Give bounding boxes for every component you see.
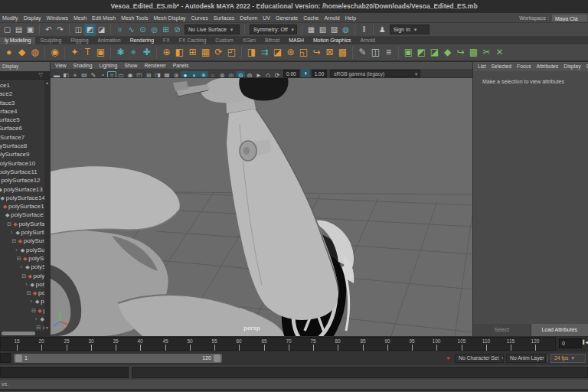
shelf-extrude-icon[interactable]: ◨ (246, 44, 257, 60)
selection-mask-component-icon[interactable]: ◪ (96, 24, 107, 36)
anti-aliasing-icon[interactable]: ⊙ (236, 71, 245, 79)
shelf-target-weld-icon[interactable]: ✕ (494, 44, 505, 60)
shelf-type-icon[interactable]: T (82, 44, 93, 60)
pause-evaluation-icon[interactable]: ‖ (358, 24, 370, 36)
symmetry-dropdown[interactable]: Symmetry: Off▾ (250, 24, 297, 34)
range-end-handle[interactable] (214, 354, 220, 362)
tree-expander-icon[interactable]: › (9, 228, 15, 237)
shelf-tweak-icon[interactable]: ◪ (429, 44, 440, 60)
menu-item[interactable]: Windows (47, 15, 68, 21)
shelf-bridge-icon[interactable]: ◪ (272, 44, 283, 60)
shaded-icon[interactable]: ● (181, 71, 190, 79)
outliner-item[interactable]: ◆polySurface5 (0, 116, 50, 124)
grease-pencil-icon[interactable]: ✎ (89, 71, 98, 79)
shelf-super-shape-icon[interactable]: ✦ (69, 44, 80, 60)
tree-expander-icon[interactable]: › (34, 315, 39, 323)
range-slider[interactable]: 1 120 (14, 354, 222, 363)
snap-to-grid-icon[interactable]: ⌗ (114, 24, 126, 36)
shelf-rebuild-curve-icon[interactable]: ≡ (383, 44, 394, 60)
tree-expander-icon[interactable]: ⊟ (6, 220, 11, 228)
shelf-svg-icon[interactable]: ▣ (95, 44, 106, 60)
menu-item[interactable]: Generate (276, 15, 298, 21)
shelf-tab[interactable]: Bifrost (260, 37, 284, 44)
xray-icon[interactable]: ◇ (263, 71, 273, 79)
shelf-joint-icon[interactable]: ✱ (115, 44, 126, 60)
menu-item[interactable]: Mesh Tools (121, 15, 148, 21)
live-surface-dropdown[interactable]: No Live Surface▾ (185, 24, 240, 34)
outliner-item[interactable]: ⊟◆polySurface17 (6, 220, 50, 228)
load-attributes-button[interactable]: Load Attributes (531, 324, 588, 336)
filter-icon[interactable]: ▽ (39, 72, 43, 78)
shelf-tab[interactable]: Custom (211, 37, 237, 44)
outliner-item[interactable]: ◆polySurface13 (0, 185, 50, 194)
viewport-menu-item[interactable]: Renderer (144, 62, 165, 69)
new-scene-icon[interactable]: ▢ (2, 24, 13, 36)
menu-item[interactable]: Help (345, 15, 356, 21)
render-icon[interactable]: ▦ (305, 24, 317, 36)
colorspace-dropdown[interactable]: sRGB gamma (legacy)▾ (330, 70, 420, 77)
auto-keyframe-icon[interactable]: ● (446, 354, 450, 361)
shelf-sphere-icon[interactable]: ● (3, 44, 15, 60)
shelf-lattice-icon[interactable]: ⊛ (285, 44, 296, 60)
shelf-tab[interactable]: ly Modeling (0, 37, 35, 44)
attribute-editor-menu-item[interactable]: Focus (517, 62, 531, 71)
menu-item[interactable]: Arnold (324, 15, 339, 21)
shelf-tab[interactable]: FX (158, 37, 175, 44)
outliner-item[interactable]: ›◆polySurface18 (9, 228, 50, 237)
outliner-filter-row[interactable]: ▽ (0, 71, 50, 80)
outliner-item[interactable]: ◆polySurface14 (0, 194, 50, 202)
tree-expander-icon[interactable]: ⊟ (26, 289, 31, 297)
field-chart-icon[interactable]: ⊞ (144, 71, 153, 79)
isolate-select-icon[interactable]: ► (254, 71, 263, 79)
menu-item[interactable]: UV (263, 15, 270, 21)
fps-dropdown[interactable]: 24 fps▾ (550, 354, 586, 363)
shelf-tab[interactable]: XGen (238, 37, 260, 44)
command-result-field[interactable] (132, 367, 588, 378)
menu-item[interactable]: Cache (303, 15, 318, 21)
snap-to-view-plane-icon[interactable]: ⊞ (160, 24, 172, 36)
shelf-mirror-icon[interactable]: ⟳ (213, 44, 224, 60)
viewport-menu-item[interactable]: View (55, 62, 67, 69)
exposure-field[interactable]: 0.00 (283, 70, 299, 77)
menu-item[interactable]: Modify (2, 15, 18, 21)
viewport-menu-item[interactable]: Panels (173, 62, 189, 69)
scroll-up-icon[interactable]: ▲ (45, 80, 49, 85)
shelf-delete-edge-icon[interactable]: ⊠ (324, 44, 335, 60)
shelf-tab[interactable]: Sculpting (35, 37, 66, 44)
use-all-lights-icon[interactable]: ✳ (199, 71, 208, 79)
go-to-start-icon[interactable]: ▌◀◀ (583, 339, 588, 345)
outliner-menu-bar[interactable]: Display (0, 62, 50, 71)
viewport-menu-item[interactable]: Show (124, 62, 137, 69)
outliner-item[interactable]: ◆polySurface9 (0, 150, 50, 158)
character-set-dropdown[interactable]: No Character Set▾ (455, 354, 504, 363)
resolution-gate-icon[interactable]: ◉ (126, 71, 135, 79)
outliner-item[interactable]: ◆polySurface6 (0, 124, 50, 132)
safe-title-icon[interactable]: ▦ (162, 71, 172, 79)
shelf-slide-edge-icon[interactable]: ↪ (455, 44, 466, 60)
outliner-item[interactable]: ◆polySurface7 (0, 133, 50, 142)
viewport-menu-item[interactable]: Lighting (100, 62, 118, 69)
shelf-tab[interactable]: Animation (93, 37, 125, 44)
attribute-editor-menu-item[interactable]: Selected (492, 62, 511, 71)
snap-to-projected-center-icon[interactable]: ◎ (149, 24, 160, 36)
outliner-item[interactable]: ◆polySurface2 (0, 90, 50, 98)
outliner-item[interactable]: ◆polySurface16 (4, 211, 50, 219)
workspace-selector[interactable]: Maya Cla (551, 14, 588, 22)
mel-command-input[interactable] (0, 367, 129, 378)
cache-status-box[interactable] (0, 353, 11, 363)
menu-item[interactable]: Deform (240, 15, 257, 21)
shelf-combine-icon[interactable]: ⊕ (161, 44, 172, 60)
render-settings-icon[interactable]: ▨ (328, 24, 340, 36)
shelf-tab[interactable]: FX Caching (175, 37, 211, 44)
outliner-item[interactable]: ◆polySurface10 (0, 159, 50, 168)
shelf-boolean-icon[interactable]: ◧ (174, 44, 185, 60)
tree-expander-icon[interactable]: › (24, 280, 29, 289)
shelf-bevel-icon[interactable]: ◰ (226, 44, 237, 60)
shelf-curve-pencil-icon[interactable]: ✎ (357, 44, 368, 60)
ambient-occlusion-icon[interactable]: ⊗ (217, 71, 227, 79)
wireframe-icon[interactable]: ⊛ (172, 71, 181, 79)
tree-expander-icon[interactable]: › (28, 297, 34, 305)
shelf-remesh-icon[interactable]: ▦ (200, 44, 211, 60)
shelf-tab[interactable]: Rendering (126, 37, 158, 44)
shelf-tab[interactable]: Motion Graphics (309, 37, 356, 44)
